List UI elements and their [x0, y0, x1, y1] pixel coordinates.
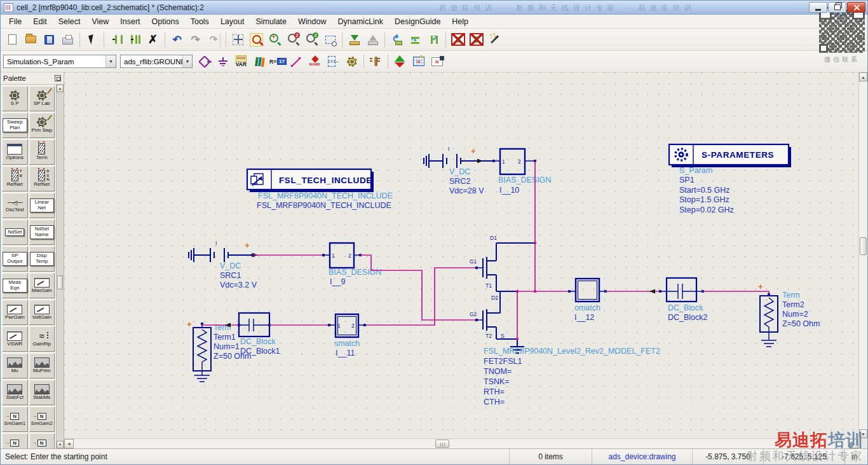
edit-component-parameters[interactable]: R= 17 — [269, 53, 287, 70]
palette-stabms[interactable]: StabMs — [29, 380, 55, 405]
menu-item[interactable]: Options — [146, 16, 185, 27]
move-item[interactable] — [229, 31, 247, 48]
component-history-dropdown[interactable]: ads_rflib:GROUND ▼ — [120, 55, 193, 68]
print[interactable] — [59, 31, 76, 48]
palette-sp[interactable]: S P — [2, 86, 28, 111]
menu-item[interactable]: DynamicLink — [332, 16, 390, 27]
scroll-up-icon[interactable]: ▲ — [57, 85, 64, 92]
menu-item[interactable]: Select — [53, 16, 86, 27]
palette-scrollbar-thumb[interactable] — [57, 275, 63, 289]
zoom-in-2x[interactable]: 2 — [285, 31, 302, 48]
close-button[interactable] — [847, 2, 865, 13]
open-design[interactable] — [22, 31, 39, 48]
schematic-drawing[interactable]: .c{stroke:#000a8c;stroke-width:2;fill:no… — [64, 73, 858, 438]
minimize-button[interactable] — [809, 2, 827, 13]
wire-label-editor[interactable]: ← — [325, 53, 342, 70]
insert-ground[interactable] — [214, 53, 231, 70]
menu-item[interactable]: Window — [292, 16, 332, 27]
tech-include-block[interactable]: FSL_TECH_INCLUDE FSL_MRF8P9040N_TECH_INC… — [247, 169, 393, 210]
palette-ndset[interactable]: NdSet — [2, 219, 28, 245]
omatch-i12[interactable]: omatch I__12 — [568, 279, 607, 322]
restore-button[interactable] — [828, 2, 846, 13]
palette-mu[interactable]: Mu — [2, 353, 28, 378]
palette-ndset-name[interactable]: NdSet Name — [29, 219, 55, 245]
redo[interactable] — [187, 31, 204, 48]
simulation-setup[interactable] — [343, 53, 360, 70]
palette-sweep-plan[interactable]: Sweep Plan — [2, 113, 28, 138]
data-display[interactable] — [410, 53, 427, 70]
palette-linear-net[interactable]: Linear Net — [29, 193, 55, 218]
bias-design-i9[interactable]: 1 2 BIAS_DESIGN I__9 — [251, 243, 381, 286]
scroll-down-icon[interactable]: ▼ — [57, 441, 64, 448]
palette-pwrgain[interactable]: PwrGain — [2, 300, 28, 325]
palette-sp-lab[interactable]: SP Lab — [29, 86, 55, 111]
insert-pin[interactable] — [107, 31, 125, 48]
pop-out-hierarchy[interactable] — [364, 31, 381, 48]
title-bar[interactable]: cell_2 [mrf8p9040_lib:cell_2:schematic] … — [1, 1, 867, 15]
menu-item[interactable]: Tools — [185, 16, 215, 27]
palette-voltgain[interactable]: VoltGain — [29, 300, 55, 325]
s-parameters-block[interactable]: S-PARAMETERS S_Param SP1 Start=0.5 GHz S… — [669, 144, 791, 214]
menu-item[interactable]: Layout — [215, 16, 250, 27]
palette-smgam1[interactable]: SmGam1 — [2, 406, 28, 432]
simulation-type-dropdown[interactable]: Simulation-S_Param ▼ — [3, 55, 116, 68]
vertical-scrollbar[interactable]: ▲ ▼ — [858, 73, 867, 438]
menu-item[interactable]: Help — [446, 16, 474, 27]
delete-item[interactable] — [144, 31, 161, 48]
term2[interactable]: + Term Term2 Num=2 Z=50 Ohm — [703, 282, 820, 347]
palette-refnet-dsn[interactable]: DSN RefNet — [29, 166, 55, 191]
palette-smy1[interactable]: SmY1 — [2, 433, 28, 448]
undo[interactable] — [168, 31, 186, 48]
fet-transistor[interactable]: D1 G1 T1 D2 G2 T2 S FSL_MRF8P9040N_Level… — [470, 235, 660, 406]
mirror-horizontal[interactable] — [407, 31, 424, 48]
palette-muprim[interactable]: MuPrim — [29, 353, 55, 378]
push-into-hierarchy[interactable] — [346, 31, 363, 48]
menu-item[interactable]: Simulate — [250, 16, 292, 27]
insert-wire[interactable] — [288, 53, 305, 70]
vdc-src2[interactable]: I + V_DC SRC2 Vdc=28 V — [424, 146, 494, 195]
deactivate-short-component[interactable] — [468, 31, 485, 48]
tune-parameters[interactable] — [367, 53, 384, 70]
palette-term[interactable]: Term — [29, 139, 55, 165]
scroll-up-icon[interactable]: ▲ — [859, 73, 867, 81]
palette-vswr[interactable]: VSWR — [2, 326, 28, 352]
dc-block2[interactable]: DC_Block DC_Block2 — [606, 278, 708, 322]
palette-refnet-tb[interactable]: TB RefNet — [2, 166, 28, 191]
menu-item[interactable]: Insert — [114, 16, 146, 27]
palette-osctest[interactable]: OscTest — [2, 193, 28, 218]
palette-sp-output[interactable]: SP Output — [2, 246, 28, 272]
redo-all[interactable] — [205, 31, 222, 48]
chevron-down-icon[interactable]: ▼ — [182, 55, 192, 67]
menu-item[interactable]: View — [86, 16, 114, 27]
menu-item[interactable]: DesignGuide — [389, 16, 446, 27]
deactivate-component[interactable] — [449, 31, 466, 48]
bias-design-i10[interactable]: 1 2 BIAS_DESIGN I__10 — [492, 149, 551, 195]
palette-gainrip[interactable]: GainRip — [29, 326, 55, 352]
insert-wire-label[interactable]: NAME — [306, 53, 323, 70]
palette-stabfct[interactable]: StabFct — [2, 380, 28, 405]
open-simulation-dataset[interactable] — [428, 53, 445, 70]
new-design[interactable] — [4, 31, 21, 48]
palette-pin-icon[interactable] — [55, 75, 61, 81]
palette-maxgain[interactable]: MaxGain — [29, 273, 55, 298]
zoom-out-2x[interactable]: 2 — [303, 31, 320, 48]
active-layer[interactable]: ads_device:drawing — [592, 449, 692, 464]
insert-var[interactable]: 0110 VAR — [233, 53, 250, 70]
horizontal-scrollbar[interactable]: ◄ ► — [64, 438, 858, 448]
scroll-left-icon[interactable]: ◄ — [64, 439, 74, 448]
palette-prm-swp[interactable]: Prm Swp — [29, 113, 55, 138]
palette-disp-temp[interactable]: Disp Temp — [29, 246, 55, 272]
insert-pin-double[interactable] — [126, 31, 143, 48]
palette-smgam2[interactable]: SmGam2 — [29, 406, 55, 432]
component-library[interactable] — [251, 53, 268, 70]
rotate-item[interactable] — [388, 31, 405, 48]
chevron-down-icon[interactable]: ▼ — [105, 55, 116, 67]
simulate[interactable] — [391, 53, 409, 70]
mirror-vertical[interactable] — [425, 31, 442, 48]
menu-item[interactable]: Edit — [27, 16, 53, 27]
zoom-area[interactable] — [322, 31, 339, 48]
select-pointer[interactable] — [83, 31, 100, 48]
palette-scrollbar[interactable]: ▲ ▼ — [56, 85, 64, 448]
horizontal-scrollbar-thumb[interactable] — [435, 440, 449, 448]
schematic-canvas[interactable]: .c{stroke:#000a8c;stroke-width:2;fill:no… — [64, 73, 858, 438]
